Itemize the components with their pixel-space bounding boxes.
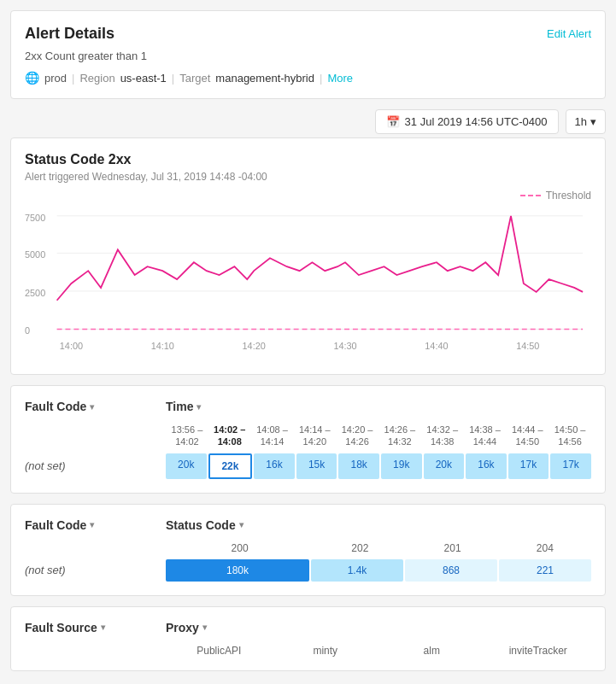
- proxy-label: Proxy: [166, 621, 199, 634]
- svg-text:5000: 5000: [25, 249, 45, 260]
- time-columns-area: 13:56 –14:02 14:02 –14:08 14:08 –14:14 1…: [166, 424, 591, 453]
- time-cell-2[interactable]: 16k: [254, 453, 295, 479]
- proxy-col-1: minty: [273, 645, 379, 657]
- time-table-column-headers: 13:56 –14:02 14:02 –14:08 14:08 –14:14 1…: [166, 424, 591, 448]
- chart-card: Status Code 2xx Alert triggered Wednesda…: [10, 137, 606, 375]
- fault-source-table-card: Fault Source ▾ Proxy ▾ PublicAPI minty a…: [10, 606, 606, 671]
- region-label: Region: [79, 72, 114, 85]
- chevron-down-icon: ▾: [590, 115, 596, 128]
- time-label: Time: [166, 400, 193, 413]
- time-cell-8[interactable]: 17k: [508, 453, 549, 479]
- time-col-2: 14:08 –14:14: [251, 424, 294, 448]
- status-fault-code-header[interactable]: Fault Code ▾: [25, 518, 166, 532]
- status-col-header-row: 200 202 201 204: [25, 542, 591, 554]
- time-col-header[interactable]: Time ▾: [166, 400, 591, 413]
- status-cells: 180k 1.4k 868 221: [166, 559, 591, 582]
- threshold-legend: Threshold: [25, 190, 591, 202]
- time-cells: 20k 22k 16k 15k 18k 19k 20k 16k 17k 17k: [166, 453, 591, 479]
- time-table-content: 13:56 –14:02 14:02 –14:08 14:08 –14:14 1…: [25, 424, 591, 453]
- chart-svg: 7500 5000 2500 0 14:00 14:10 14:20 14:30…: [25, 207, 591, 360]
- proxy-col-labels: PublicAPI minty alm inviteTracker: [166, 645, 591, 657]
- proxy-header[interactable]: Proxy ▾: [166, 621, 591, 634]
- time-cell-5[interactable]: 19k: [381, 453, 422, 479]
- status-col-labels: 200 202 201 204: [166, 542, 591, 554]
- time-cell-3[interactable]: 15k: [296, 453, 337, 479]
- time-cell-0[interactable]: 20k: [166, 453, 207, 479]
- separator1: |: [72, 72, 74, 85]
- status-col-200: 200: [166, 542, 314, 554]
- status-col-202: 202: [314, 542, 406, 554]
- time-col-5: 14:26 –14:32: [378, 424, 421, 448]
- alert-details-title: Alert Details: [25, 25, 114, 43]
- threshold-line-sample: [520, 195, 541, 196]
- time-table-data-row: (not set) 20k 22k 16k 15k 18k 19k 20k 16…: [25, 453, 591, 479]
- fault-source-headers: Fault Source ▾ Proxy ▾: [25, 621, 591, 634]
- target-label: Target: [179, 72, 210, 85]
- chart-area: 7500 5000 2500 0 14:00 14:10 14:20 14:30…: [25, 207, 591, 360]
- time-table-headers: Fault Code ▾ Time ▾: [25, 400, 591, 413]
- status-table-data-row: (not set) 180k 1.4k 868 221: [25, 559, 591, 582]
- time-col-7: 14:38 –14:44: [464, 424, 507, 448]
- status-fault-code-label: Fault Code: [25, 518, 86, 532]
- globe-icon: 🌐: [25, 71, 39, 85]
- chart-subtitle: Alert triggered Wednesday, Jul 31, 2019 …: [25, 171, 591, 183]
- region-value: us-east-1: [120, 72, 167, 85]
- fault-code-col-header[interactable]: Fault Code ▾: [25, 400, 166, 413]
- svg-text:7500: 7500: [25, 213, 45, 223]
- status-row-label: (not set): [25, 564, 166, 576]
- time-col-6: 14:32 –14:38: [421, 424, 464, 448]
- alert-details-header: Alert Details Edit Alert: [25, 25, 591, 43]
- status-fault-code-dropdown: ▾: [90, 520, 94, 529]
- status-table-headers: Fault Code ▾ Status Code ▾: [25, 518, 591, 532]
- time-col-8: 14:44 –14:50: [506, 424, 549, 448]
- alert-condition: 2xx Count greater than 1: [25, 50, 591, 62]
- svg-text:2500: 2500: [25, 288, 45, 298]
- status-code-header[interactable]: Status Code ▾: [166, 518, 591, 532]
- status-cell-204[interactable]: 221: [499, 559, 591, 582]
- status-code-label: Status Code: [166, 518, 236, 532]
- time-cell-1[interactable]: 22k: [208, 453, 253, 479]
- proxy-col-2: alm: [378, 645, 485, 657]
- status-cell-202[interactable]: 1.4k: [311, 559, 403, 582]
- status-code-dropdown: ▾: [239, 520, 243, 529]
- more-link[interactable]: More: [327, 72, 353, 85]
- time-cell-9[interactable]: 17k: [550, 453, 591, 479]
- fault-source-dropdown: ▾: [101, 623, 105, 632]
- svg-text:0: 0: [25, 325, 30, 336]
- status-cell-200[interactable]: 180k: [166, 559, 309, 582]
- proxy-col-header-row: PublicAPI minty alm inviteTracker: [25, 645, 591, 657]
- alert-meta: 🌐 prod | Region us-east-1 | Target manag…: [25, 71, 591, 85]
- edit-alert-link[interactable]: Edit Alert: [547, 27, 591, 40]
- status-cell-201[interactable]: 868: [405, 559, 497, 582]
- time-table-card: Fault Code ▾ Time ▾ 13:56 –14:02 14:02 –…: [10, 385, 606, 494]
- date-value: 31 Jul 2019 14:56 UTC-0400: [405, 115, 548, 128]
- proxy-dropdown: ▾: [202, 623, 207, 632]
- fault-code-label: Fault Code: [25, 400, 86, 413]
- status-col-201: 201: [406, 542, 498, 554]
- calendar-icon: 📅: [386, 115, 400, 128]
- time-range-value: 1h: [575, 115, 587, 128]
- status-table-card: Fault Code ▾ Status Code ▾ 200 202 201 2…: [10, 504, 606, 596]
- svg-text:14:40: 14:40: [425, 341, 448, 351]
- fault-code-dropdown-icon: ▾: [90, 402, 94, 412]
- chart-title: Status Code 2xx: [25, 152, 591, 167]
- fault-source-label: Fault Source: [25, 621, 97, 634]
- fault-source-header[interactable]: Fault Source ▾: [25, 621, 166, 634]
- time-cell-6[interactable]: 20k: [424, 453, 465, 479]
- svg-text:14:10: 14:10: [151, 341, 174, 351]
- time-row-label: (not set): [25, 459, 166, 472]
- target-value: management-hybrid: [215, 72, 314, 85]
- time-col-3: 14:14 –14:20: [293, 424, 336, 448]
- status-col-204: 204: [499, 542, 591, 554]
- time-col-1: 14:02 –14:08: [208, 424, 251, 448]
- time-cell-4[interactable]: 18k: [338, 453, 379, 479]
- date-picker-button[interactable]: 📅 31 Jul 2019 14:56 UTC-0400: [375, 109, 559, 134]
- time-col-4: 14:20 –14:26: [336, 424, 378, 448]
- proxy-col-3: inviteTracker: [485, 645, 592, 657]
- proxy-col-0: PublicAPI: [166, 645, 273, 657]
- time-dropdown-icon: ▾: [197, 402, 201, 412]
- time-col-0: 13:56 –14:02: [166, 424, 208, 448]
- time-range-button[interactable]: 1h ▾: [566, 109, 606, 134]
- time-cell-7[interactable]: 16k: [466, 453, 507, 479]
- time-controls: 📅 31 Jul 2019 14:56 UTC-0400 1h ▾: [10, 109, 606, 134]
